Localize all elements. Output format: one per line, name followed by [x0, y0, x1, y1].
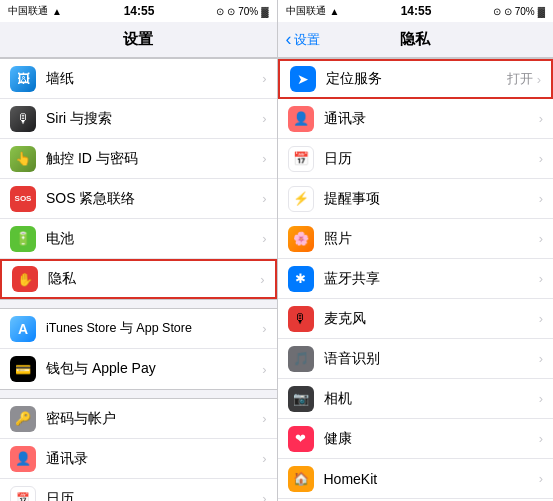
back-button-right[interactable]: ‹ 设置	[286, 29, 320, 50]
nav-bar-right: ‹ 设置 隐私	[278, 22, 554, 58]
nav-title-left: 设置	[123, 30, 153, 49]
touchid-item[interactable]: 👆 触控 ID 与密码 ›	[0, 139, 277, 179]
camera-chevron: ›	[539, 391, 543, 406]
contacts-icon-right: 👤	[288, 106, 314, 132]
calendar-chevron-right: ›	[539, 151, 543, 166]
wallpaper-icon: 🖼	[10, 66, 36, 92]
time-left: 14:55	[124, 4, 155, 18]
wallet-item[interactable]: 💳 钱包与 Apple Pay ›	[0, 349, 277, 389]
health-icon: ❤	[288, 426, 314, 452]
reminders-label: 提醒事项	[324, 190, 539, 208]
photos-chevron: ›	[539, 231, 543, 246]
battery-icon-left: ▓	[261, 6, 268, 17]
sos-item[interactable]: SOS SOS 紧急联络 ›	[0, 179, 277, 219]
bluetooth-status-icon: ⊙	[227, 6, 235, 17]
contacts-chevron-left: ›	[262, 451, 266, 466]
password-label: 密码与帐户	[46, 410, 262, 428]
siri-item[interactable]: 🎙 Siri 与搜索 ›	[0, 99, 277, 139]
itunes-item[interactable]: A iTunes Store 与 App Store ›	[0, 309, 277, 349]
siri-label: Siri 与搜索	[46, 110, 262, 128]
wifi-icon: ▲	[52, 6, 62, 17]
location-value: 打开	[507, 70, 533, 88]
itunes-chevron: ›	[262, 321, 266, 336]
location-icon: ➤	[290, 66, 316, 92]
battery-icon-right: ▓	[538, 6, 545, 17]
itunes-label: iTunes Store 与 App Store	[46, 320, 262, 337]
mic-item[interactable]: 🎙 麦克风 ›	[278, 299, 554, 339]
back-label-right: 设置	[294, 31, 320, 49]
photos-icon: 🌸	[288, 226, 314, 252]
calendar-item-left[interactable]: 📅 日历 ›	[0, 479, 277, 501]
section-privacy: ➤ 定位服务 打开 › 👤 通讯录 › 📅 日历 ›	[278, 58, 554, 501]
homekit-icon: 🏠	[288, 466, 314, 492]
calendar-icon-right: 📅	[288, 146, 314, 172]
wallet-chevron: ›	[262, 362, 266, 377]
time-right: 14:55	[401, 4, 432, 18]
wallpaper-item[interactable]: 🖼 墙纸 ›	[0, 59, 277, 99]
settings-list-right: ➤ 定位服务 打开 › 👤 通讯录 › 📅 日历 ›	[278, 58, 554, 501]
photos-label: 照片	[324, 230, 539, 248]
bluetooth-item[interactable]: ✱ 蓝牙共享 ›	[278, 259, 554, 299]
privacy-item[interactable]: ✋ 隐私 ›	[0, 259, 277, 299]
settings-list-left: 🖼 墙纸 › 🎙 Siri 与搜索 › 👆 触控 ID 与密码 ›	[0, 58, 277, 501]
camera-item[interactable]: 📷 相机 ›	[278, 379, 554, 419]
status-right-left: ⊙ ⊙ 70% ▓	[216, 6, 268, 17]
bluetooth-icon-item: ✱	[288, 266, 314, 292]
alarm-icon-right: ⊙	[493, 6, 501, 17]
mic-label: 麦克风	[324, 310, 539, 328]
bluetooth-icon-right: ⊙	[504, 6, 512, 17]
homekit-item[interactable]: 🏠 HomeKit ›	[278, 459, 554, 499]
password-item[interactable]: 🔑 密码与帐户 ›	[0, 399, 277, 439]
nav-title-right: 隐私	[400, 30, 430, 49]
contacts-item-right[interactable]: 👤 通讯录 ›	[278, 99, 554, 139]
wallet-icon: 💳	[10, 356, 36, 382]
health-chevron: ›	[539, 431, 543, 446]
battery-icon-item: 🔋	[10, 226, 36, 252]
reminders-icon: ⚡	[288, 186, 314, 212]
wifi-icon-right: ▲	[330, 6, 340, 17]
photos-item[interactable]: 🌸 照片 ›	[278, 219, 554, 259]
privacy-chevron: ›	[260, 272, 264, 287]
mic-icon: 🎙	[288, 306, 314, 332]
privacy-label: 隐私	[48, 270, 260, 288]
touchid-label: 触控 ID 与密码	[46, 150, 262, 168]
homekit-label: HomeKit	[324, 471, 539, 487]
speech-chevron: ›	[539, 351, 543, 366]
battery-status-right: 70%	[515, 6, 535, 17]
bluetooth-label: 蓝牙共享	[324, 270, 539, 288]
calendar-chevron-left: ›	[262, 491, 266, 501]
carrier-right: 中国联通	[286, 4, 326, 18]
location-item[interactable]: ➤ 定位服务 打开 ›	[278, 59, 554, 99]
contacts-item-left[interactable]: 👤 通讯录 ›	[0, 439, 277, 479]
contacts-chevron-right: ›	[539, 111, 543, 126]
back-arrow-right: ‹	[286, 29, 292, 50]
location-chevron: ›	[537, 72, 541, 87]
battery-status-left: 70%	[238, 6, 258, 17]
wallpaper-chevron: ›	[262, 71, 266, 86]
camera-icon: 📷	[288, 386, 314, 412]
reminders-chevron: ›	[539, 191, 543, 206]
sos-icon: SOS	[10, 186, 36, 212]
section-3-left: 🔑 密码与帐户 › 👤 通讯录 › 📅 日历 ›	[0, 398, 277, 501]
wallet-label: 钱包与 Apple Pay	[46, 360, 262, 378]
health-item[interactable]: ❤ 健康 ›	[278, 419, 554, 459]
alarm-icon: ⊙	[216, 6, 224, 17]
status-bar-left: 中国联通 ▲ 14:55 ⊙ ⊙ 70% ▓	[0, 0, 277, 22]
left-panel: 中国联通 ▲ 14:55 ⊙ ⊙ 70% ▓ 设置 🖼 墙纸 ›	[0, 0, 277, 501]
battery-item[interactable]: 🔋 电池 ›	[0, 219, 277, 259]
nav-bar-left: 设置	[0, 22, 277, 58]
bluetooth-chevron: ›	[539, 271, 543, 286]
sos-label: SOS 紧急联络	[46, 190, 262, 208]
mic-chevron: ›	[539, 311, 543, 326]
speech-item[interactable]: 🎵 语音识别 ›	[278, 339, 554, 379]
reminders-item[interactable]: ⚡ 提醒事项 ›	[278, 179, 554, 219]
calendar-label-right: 日历	[324, 150, 539, 168]
status-left-left: 中国联通 ▲	[8, 4, 62, 18]
contacts-icon-left: 👤	[10, 446, 36, 472]
homekit-chevron: ›	[539, 471, 543, 486]
calendar-item-right[interactable]: 📅 日历 ›	[278, 139, 554, 179]
contacts-label-right: 通讯录	[324, 110, 539, 128]
battery-chevron: ›	[262, 231, 266, 246]
privacy-icon: ✋	[12, 266, 38, 292]
calendar-label-left: 日历	[46, 490, 262, 502]
